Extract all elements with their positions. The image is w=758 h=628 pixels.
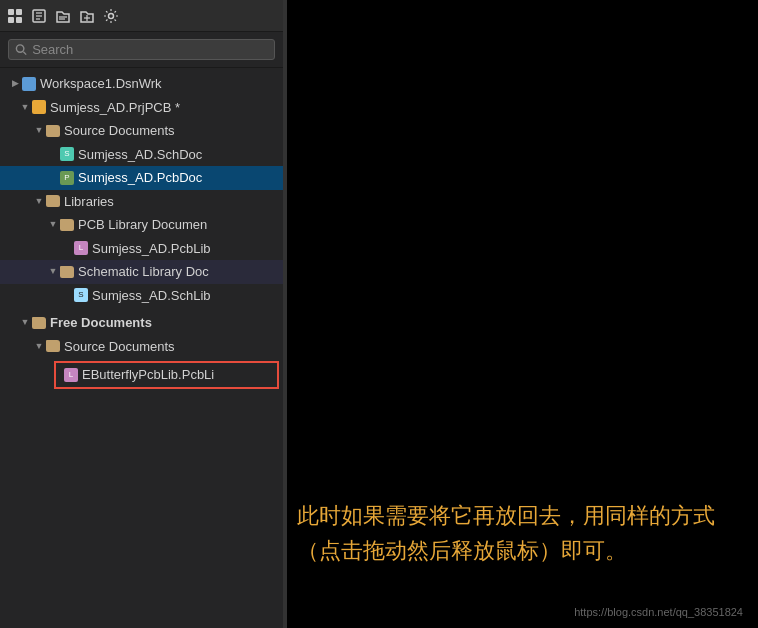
sch-lib-item[interactable]: S Sumjess_AD.SchLib: [0, 284, 283, 308]
workspace-arrow: ▶: [8, 77, 22, 91]
svg-line-14: [23, 52, 26, 55]
project-item[interactable]: ▼ Sumjess_AD.PrjPCB *: [0, 96, 283, 120]
pcb-doc-icon: P: [60, 171, 74, 185]
svg-rect-0: [8, 9, 14, 15]
workspace-icon: [22, 77, 36, 91]
toolbar-icon-1[interactable]: [6, 7, 24, 25]
libraries-item[interactable]: ▼ Libraries: [0, 190, 283, 214]
free-source-docs-label: Source Documents: [64, 337, 175, 357]
file-tree: ▶ Workspace1.DsnWrk ▼ Sumjess_AD.PrjPCB …: [0, 68, 283, 628]
toolbar-icon-4[interactable]: [78, 7, 96, 25]
free-docs-icon: [32, 317, 46, 329]
svg-rect-3: [16, 17, 22, 23]
left-panel: ▶ Workspace1.DsnWrk ▼ Sumjess_AD.PrjPCB …: [0, 0, 283, 628]
free-docs-label: Free Documents: [50, 313, 152, 333]
pcb-lib-folder-label: PCB Library Documen: [78, 215, 207, 235]
pcb-lib-label: Sumjess_AD.PcbLib: [92, 239, 211, 259]
sch-lib-icon: S: [74, 288, 88, 302]
right-panel: 此时如果需要将它再放回去，用同样的方式 （点击拖动然后释放鼠标）即可。 http…: [287, 0, 758, 628]
project-label: Sumjess_AD.PrjPCB *: [50, 98, 180, 118]
toolbar-icon-3[interactable]: [54, 7, 72, 25]
free-source-docs-item[interactable]: ▼ Source Documents: [0, 335, 283, 359]
svg-rect-1: [16, 9, 22, 15]
project-arrow: ▼: [18, 101, 32, 115]
pcb-lib-folder-icon: [60, 219, 74, 231]
free-docs-item[interactable]: ▼ Free Documents: [0, 311, 283, 335]
free-source-docs-arrow: ▼: [32, 340, 46, 354]
workspace-label: Workspace1.DsnWrk: [40, 74, 162, 94]
sch-lib-folder-arrow: ▼: [46, 265, 60, 279]
pcb-doc-label: Sumjess_AD.PcbDoc: [78, 168, 202, 188]
watermark: https://blog.csdn.net/qq_38351824: [574, 606, 743, 618]
pcb-lib-folder-item[interactable]: ▼ PCB Library Documen: [0, 213, 283, 237]
pcb-lib-icon: L: [74, 241, 88, 255]
source-docs-item[interactable]: ▼ Source Documents: [0, 119, 283, 143]
pcb-lib-item[interactable]: L Sumjess_AD.PcbLib: [0, 237, 283, 261]
libraries-arrow: ▼: [32, 195, 46, 209]
toolbar-icon-2[interactable]: [30, 7, 48, 25]
sch-lib-folder-item[interactable]: ▼ Schematic Library Doc: [0, 260, 283, 284]
bottom-text-area: 此时如果需要将它再放回去，用同样的方式 （点击拖动然后释放鼠标）即可。: [297, 498, 748, 568]
search-wrapper: [8, 39, 275, 60]
source-docs-icon: [46, 125, 60, 137]
bottom-text-line2: （点击拖动然后释放鼠标）即可。: [297, 533, 748, 568]
sch-lib-folder-icon: [60, 266, 74, 278]
search-box: [0, 32, 283, 68]
toolbar-icon-settings[interactable]: [102, 7, 120, 25]
bottom-text-line1: 此时如果需要将它再放回去，用同样的方式: [297, 498, 748, 533]
project-icon: [32, 100, 46, 114]
ebutterfly-wrapper: L EButterflyPcbLib.PcbLi: [0, 358, 283, 392]
toolbar: [0, 0, 283, 32]
sch-doc-icon: S: [60, 147, 74, 161]
free-docs-arrow: ▼: [18, 316, 32, 330]
libraries-icon: [46, 195, 60, 207]
pcb-doc-item[interactable]: P Sumjess_AD.PcbDoc: [0, 166, 283, 190]
sch-lib-label: Sumjess_AD.SchLib: [92, 286, 211, 306]
source-docs-label: Source Documents: [64, 121, 175, 141]
ebutterfly-item[interactable]: L EButterflyPcbLib.PcbLi: [54, 361, 279, 389]
svg-point-13: [16, 45, 23, 52]
svg-point-12: [109, 13, 114, 18]
workspace-item[interactable]: ▶ Workspace1.DsnWrk: [0, 72, 283, 96]
ebutterfly-icon: L: [64, 368, 78, 382]
pcb-lib-folder-arrow: ▼: [46, 218, 60, 232]
svg-rect-2: [8, 17, 14, 23]
free-source-docs-icon: [46, 340, 60, 352]
sch-lib-folder-label: Schematic Library Doc: [78, 262, 209, 282]
search-input[interactable]: [32, 42, 268, 57]
search-icon: [15, 43, 27, 56]
ebutterfly-label: EButterflyPcbLib.PcbLi: [82, 365, 214, 385]
sch-doc-label: Sumjess_AD.SchDoc: [78, 145, 202, 165]
libraries-label: Libraries: [64, 192, 114, 212]
sch-doc-item[interactable]: S Sumjess_AD.SchDoc: [0, 143, 283, 167]
source-docs-arrow: ▼: [32, 124, 46, 138]
